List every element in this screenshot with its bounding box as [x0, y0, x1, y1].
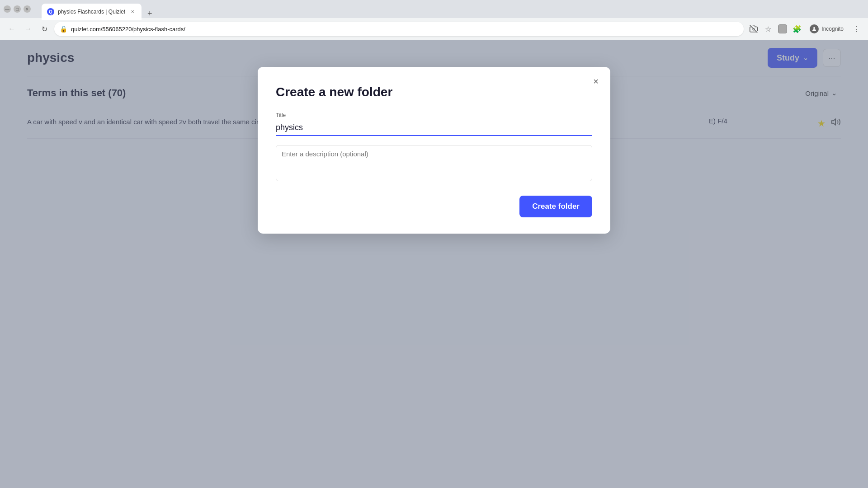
title-label: Title: [276, 112, 592, 118]
back-button[interactable]: ←: [5, 23, 18, 35]
browser-menu-button[interactable]: ⋮: [850, 23, 863, 35]
description-field: [276, 145, 592, 183]
minimize-button[interactable]: —: [4, 5, 11, 13]
bookmark-icon[interactable]: ☆: [762, 23, 774, 35]
modal-title: Create a new folder: [276, 85, 592, 99]
active-tab[interactable]: physics Flashcards | Quizlet ×: [42, 4, 142, 20]
tab-bar: physics Flashcards | Quizlet × +: [38, 0, 160, 20]
modal-overlay: × Create a new folder Title Create folde…: [0, 40, 868, 488]
create-folder-modal: × Create a new folder Title Create folde…: [258, 67, 610, 234]
forward-button[interactable]: →: [22, 23, 34, 35]
svg-point-2: [813, 27, 815, 29]
extensions-icon[interactable]: 🧩: [791, 23, 803, 35]
window-controls: — □ ×: [4, 5, 31, 13]
modal-close-button[interactable]: ×: [589, 74, 603, 89]
address-bar-row: ← → ↻ 🔒 quizlet.com/556065220/physics-fl…: [0, 18, 868, 40]
tab-favicon-icon: [47, 8, 54, 15]
create-folder-label: Create folder: [532, 202, 580, 211]
tab-close-button[interactable]: ×: [129, 8, 136, 15]
refresh-button[interactable]: ↻: [38, 23, 51, 35]
tab-title: physics Flashcards | Quizlet: [58, 9, 125, 15]
modal-footer: Create folder: [276, 196, 592, 217]
camera-off-icon[interactable]: [747, 23, 760, 35]
page-content: physics Study ⌄ ··· Terms in this set (7…: [0, 40, 868, 488]
address-field[interactable]: 🔒 quizlet.com/556065220/physics-flash-ca…: [54, 22, 744, 36]
incognito-label: Incognito: [821, 26, 844, 32]
svg-line-0: [750, 25, 758, 33]
maximize-button[interactable]: □: [14, 5, 21, 13]
title-bar: — □ × physics Flashcards | Quizlet × +: [0, 0, 868, 18]
browser-chrome: — □ × physics Flashcards | Quizlet × + ←…: [0, 0, 868, 40]
incognito-button[interactable]: Incognito: [805, 23, 848, 35]
security-icon: 🔒: [60, 25, 67, 33]
create-folder-button[interactable]: Create folder: [519, 196, 592, 217]
close-window-button[interactable]: ×: [24, 5, 31, 13]
profile-icon[interactable]: [776, 23, 789, 35]
description-textarea[interactable]: [276, 145, 592, 181]
address-text: quizlet.com/556065220/physics-flash-card…: [71, 26, 738, 33]
toolbar-right: ☆ 🧩 Incognito ⋮: [747, 23, 863, 35]
close-icon: ×: [593, 76, 599, 87]
title-input[interactable]: [276, 120, 592, 136]
title-field: Title: [276, 112, 592, 136]
